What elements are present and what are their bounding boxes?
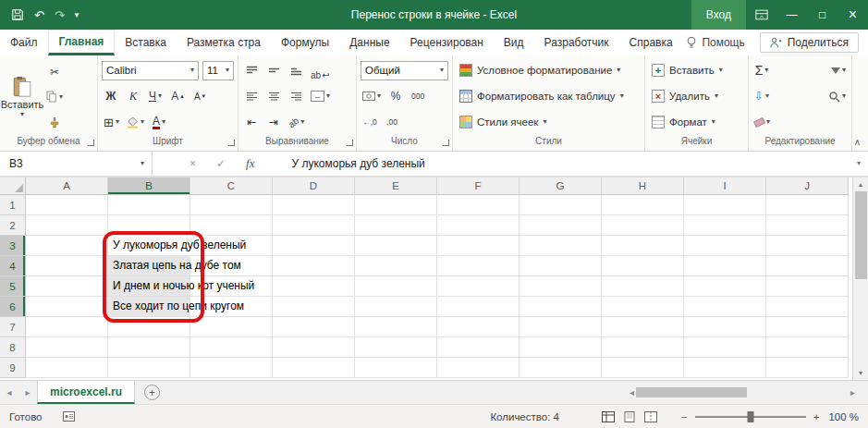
select-all-button[interactable] [0,177,26,195]
cell-E7[interactable] [355,317,437,337]
cell-J8[interactable] [766,337,849,358]
row-header-2[interactable]: 2 [0,215,26,236]
cell-F6[interactable] [437,297,520,317]
row-header-7[interactable]: 7 [0,317,26,337]
number-dialog-launcher-icon[interactable] [443,140,449,146]
row-header-1[interactable]: 1 [0,195,26,215]
align-middle-icon[interactable] [264,60,283,80]
cell-I1[interactable] [684,195,766,215]
paste-button[interactable]: Вставить ▾ [0,57,44,136]
cell-E2[interactable] [355,215,437,236]
cell-C8[interactable] [190,337,273,358]
column-header-H[interactable]: H [602,177,684,195]
cell-D7[interactable] [273,317,355,337]
cell-B4[interactable]: Златая цепь на дубе том [108,256,190,276]
cell-F1[interactable] [437,195,520,215]
cell-J2[interactable] [766,215,849,236]
cell-H8[interactable] [602,337,684,358]
alignment-dialog-launcher-icon[interactable] [347,140,353,146]
find-select-button[interactable]: ▾ [826,86,848,106]
tab-view[interactable]: Вид [494,30,534,55]
cell-J9[interactable] [766,358,849,378]
underline-button[interactable]: Ч ▾ [146,86,165,106]
insert-cells-button[interactable]: + Вставить ▾ [645,57,748,83]
zoom-out-icon[interactable]: − [681,411,688,422]
formula-bar-expand-icon[interactable]: ▾ [857,152,868,176]
cell-A7[interactable] [26,317,108,337]
name-box[interactable]: B3 ▾ [0,152,153,176]
format-painter-icon[interactable] [44,112,65,132]
currency-format-button[interactable]: ▾ [361,86,383,106]
page-layout-view-icon[interactable] [623,411,636,422]
cell-B5[interactable]: И днем и ночью кот ученый [108,276,190,297]
increase-indent-icon[interactable]: ⇥ [264,112,283,132]
column-header-B[interactable]: B [108,177,190,195]
cell-I8[interactable] [684,337,766,358]
align-bottom-icon[interactable] [287,60,305,80]
normal-view-icon[interactable] [602,411,615,422]
sheet-tab-microexcel[interactable]: microexcel.ru [37,381,135,404]
italic-button[interactable]: К [124,86,142,106]
row-header-6[interactable]: 6 [0,297,26,317]
sign-in-button[interactable]: Вход [691,0,746,30]
cell-H2[interactable] [602,215,684,236]
cell-H9[interactable] [602,358,684,378]
cell-F4[interactable] [437,256,520,276]
hscroll-left-icon[interactable]: ◂ [630,387,634,397]
cell-E5[interactable] [355,276,437,297]
cell-G1[interactable] [520,195,602,215]
cell-J5[interactable] [766,276,849,297]
row-header-9[interactable]: 9 [0,358,26,378]
cell-B3[interactable]: У лукоморья дуб зеленый [108,236,190,256]
cell-styles-button[interactable]: Стили ячеек ▾ [453,109,644,135]
cell-E3[interactable] [355,236,437,256]
tab-page-layout[interactable]: Разметка стра [177,30,271,55]
cell-A8[interactable] [26,337,108,358]
align-right-icon[interactable] [287,86,305,106]
cell-F5[interactable] [437,276,520,297]
tab-help[interactable]: Справка [619,30,683,55]
row-header-3[interactable]: 3 [0,236,26,256]
save-icon[interactable] [11,8,24,21]
autosum-button[interactable]: Σ ▾ [752,60,771,80]
scroll-up-icon[interactable]: ▴ [859,177,862,191]
qat-customize-icon[interactable]: ▾ [75,11,79,19]
close-button[interactable]: × [837,0,868,30]
cell-J3[interactable] [766,236,849,256]
cell-B8[interactable] [108,337,190,358]
column-header-E[interactable]: E [355,177,437,195]
cell-C1[interactable] [190,195,273,215]
cell-H4[interactable] [602,256,684,276]
undo-icon[interactable]: ↶ [34,9,44,21]
cell-A9[interactable] [26,358,108,378]
fill-button[interactable]: ⇩ ▾ [752,86,771,106]
vertical-scrollbar-thumb[interactable] [855,191,867,279]
cell-I3[interactable] [684,236,766,256]
cell-D8[interactable] [273,337,355,358]
cell-F8[interactable] [437,337,520,358]
column-header-G[interactable]: G [520,177,602,195]
tab-home[interactable]: Главная [48,30,116,55]
horizontal-scrollbar-thumb[interactable] [636,387,747,397]
cell-G5[interactable] [520,276,602,297]
ribbon-display-options-icon[interactable] [746,0,776,30]
cell-A3[interactable] [26,236,108,256]
cell-F7[interactable] [437,317,520,337]
horizontal-scrollbar-track[interactable] [636,386,849,398]
cell-I6[interactable] [684,297,766,317]
zoom-level-label[interactable]: 100 % [828,411,868,422]
zoom-slider-thumb[interactable] [747,411,753,422]
fill-color-button[interactable]: ▾ [125,112,146,132]
row-header-4[interactable]: 4 [0,256,26,276]
enter-icon[interactable]: ✓ [216,157,226,170]
cell-A1[interactable] [26,195,108,215]
cell-C2[interactable] [190,215,273,236]
merge-center-button[interactable]: ↔ ▾ [309,86,332,106]
shrink-font-button[interactable]: А▾ [190,86,209,106]
comma-style-icon[interactable]: 000 [409,86,427,106]
add-sheet-icon[interactable]: + [144,385,160,400]
column-header-F[interactable]: F [437,177,520,195]
cell-H6[interactable] [602,297,684,317]
cell-C9[interactable] [190,358,273,378]
row-header-5[interactable]: 5 [0,276,26,297]
